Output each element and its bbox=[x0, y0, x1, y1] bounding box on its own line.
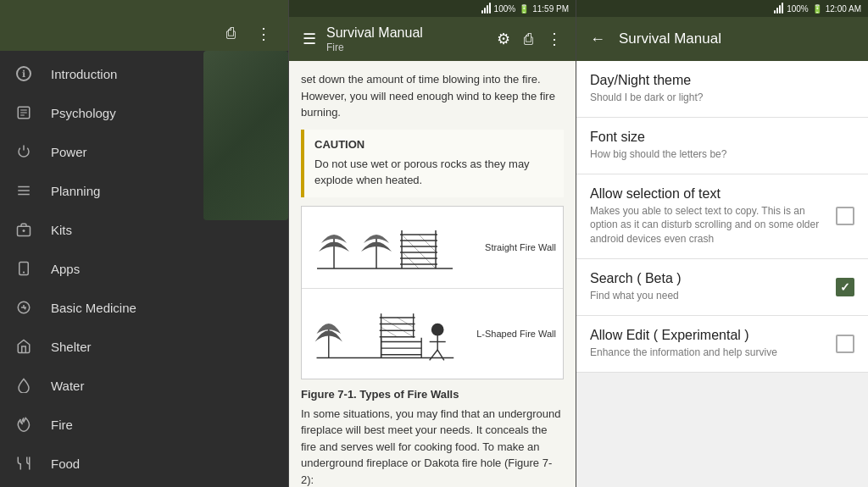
svg-line-29 bbox=[419, 235, 436, 252]
settings-item-subtitle: How big should the letters be? bbox=[590, 147, 844, 162]
settings-icon[interactable]: ⚙ bbox=[493, 26, 514, 52]
settings-item-title: Allow Edit ( Experimental ) bbox=[590, 328, 826, 343]
settings-item-text: Search ( Beta ) Find what you need bbox=[590, 271, 836, 303]
share-icon[interactable]: ⎙ bbox=[520, 27, 537, 52]
svg-line-41 bbox=[381, 327, 398, 336]
info-icon: ℹ bbox=[14, 64, 34, 84]
settings-item-title: Day/Night theme bbox=[590, 73, 844, 88]
svg-line-39 bbox=[381, 317, 414, 336]
nav-background-image bbox=[203, 51, 288, 220]
settings-item-subtitle: Should I be dark or light? bbox=[590, 91, 844, 105]
planning-icon bbox=[14, 180, 34, 201]
settings-body: Day/Night theme Should I be dark or ligh… bbox=[576, 61, 868, 487]
allow-edit-checkbox[interactable] bbox=[836, 335, 854, 353]
sidebar-item-label: Kits bbox=[51, 223, 72, 237]
settings-item-allow-edit[interactable]: Allow Edit ( Experimental ) Enhance the … bbox=[576, 316, 868, 373]
settings-item-title: Search ( Beta ) bbox=[590, 271, 826, 286]
sidebar-item-label: Power bbox=[51, 145, 87, 159]
shelter-icon bbox=[14, 336, 34, 357]
fire-wall-straight-label: Straight Fire Wall bbox=[485, 242, 556, 252]
svg-line-50 bbox=[430, 350, 438, 360]
content-header-title: Survival Manual Fire bbox=[326, 25, 487, 53]
nav-header: ⎙ ⋮ bbox=[0, 0, 288, 51]
battery-status: 100% bbox=[494, 4, 516, 14]
caution-text: Do not use wet or porous rocks as they m… bbox=[314, 156, 554, 189]
fire-icon bbox=[14, 414, 34, 434]
svg-line-51 bbox=[437, 350, 444, 360]
content-body[interactable]: set down the amount of time blowing into… bbox=[289, 61, 576, 487]
fire-wall-straight: Straight Fire Wall bbox=[302, 207, 563, 289]
sidebar-item-label: Apps bbox=[51, 262, 80, 276]
psychology-icon bbox=[14, 102, 34, 123]
sidebar-item-label: Planning bbox=[51, 184, 100, 198]
settings-item-day-night-theme[interactable]: Day/Night theme Should I be dark or ligh… bbox=[576, 61, 868, 118]
clock-content: 11:59 PM bbox=[532, 4, 569, 14]
signal-icon bbox=[774, 3, 783, 14]
sidebar-item-label: Fire bbox=[51, 418, 73, 432]
settings-item-font-size[interactable]: Font size How big should the letters be? bbox=[576, 118, 868, 174]
sidebar-item-label: Water bbox=[51, 379, 84, 393]
settings-item-subtitle: Enhance the information and help survive bbox=[590, 346, 826, 360]
sidebar-item-food[interactable]: Food bbox=[0, 444, 288, 483]
sidebar-item-basic-medicine[interactable]: Basic Medicine bbox=[0, 288, 288, 327]
settings-item-text: Allow selection of text Makes you able t… bbox=[590, 186, 836, 246]
sidebar-item-shelter[interactable]: Shelter bbox=[0, 327, 288, 366]
sidebar-item-plants[interactable]: Plants bbox=[0, 483, 288, 487]
svg-line-28 bbox=[402, 235, 436, 268]
svg-point-47 bbox=[432, 324, 443, 335]
straight-fire-wall-svg bbox=[309, 213, 478, 281]
sidebar-item-fire[interactable]: Fire bbox=[0, 405, 288, 444]
sidebar-item-label: Basic Medicine bbox=[51, 301, 136, 315]
sidebar-item-water[interactable]: Water bbox=[0, 366, 288, 405]
svg-line-30 bbox=[402, 252, 419, 268]
settings-item-subtitle: Find what you need bbox=[590, 289, 826, 303]
content-header: ☰ Survival Manual Fire ⚙ ⎙ ⋮ bbox=[289, 17, 576, 61]
fire-wall-l-shaped-label: L-Shaped Fire Wall bbox=[476, 329, 556, 339]
hamburger-icon[interactable]: ☰ bbox=[299, 26, 320, 52]
more-icon[interactable]: ⋮ bbox=[543, 26, 565, 52]
settings-item-title: Font size bbox=[590, 130, 844, 145]
nav-header-icons: ⎙ ⋮ bbox=[223, 21, 275, 47]
medicine-icon bbox=[14, 297, 34, 318]
settings-item-text: Allow Edit ( Experimental ) Enhance the … bbox=[590, 328, 836, 360]
allow-selection-checkbox[interactable] bbox=[836, 207, 854, 225]
settings-item-text: Day/Night theme Should I be dark or ligh… bbox=[590, 73, 854, 105]
sidebar-item-label: Psychology bbox=[51, 106, 116, 120]
figure-caption: Figure 7-1. Types of Fire Walls bbox=[301, 388, 564, 401]
sidebar-item-apps[interactable]: Apps bbox=[0, 249, 288, 288]
share-icon[interactable]: ⎙ bbox=[223, 21, 239, 47]
sidebar-item-label: Introduction bbox=[51, 67, 117, 81]
settings-header: ← Survival Manual bbox=[576, 17, 868, 61]
content-panel: 100%🔋 11:59 PM ☰ Survival Manual Fire ⚙ … bbox=[288, 0, 576, 487]
water-icon bbox=[14, 375, 34, 396]
settings-item-subtitle: Makes you able to select text to copy. T… bbox=[590, 204, 826, 246]
settings-item-allow-selection[interactable]: Allow selection of text Makes you able t… bbox=[576, 174, 868, 259]
intro-text: set down the amount of time blowing into… bbox=[301, 71, 564, 121]
sidebar-item-label: Food bbox=[51, 457, 80, 471]
settings-panel: 100%🔋 12:00 AM ← Survival Manual Day/Nig… bbox=[576, 0, 868, 487]
navigation-panel: 100%🔋 11:59 PM ⎙ ⋮ ℹ Introduction bbox=[0, 0, 288, 487]
fire-walls-images: Straight Fire Wall bbox=[301, 206, 564, 379]
signal-icon bbox=[481, 3, 491, 14]
settings-title: Survival Manual bbox=[619, 30, 721, 47]
status-bar-content: 100%🔋 11:59 PM bbox=[289, 0, 576, 17]
search-beta-checkbox[interactable] bbox=[836, 278, 854, 296]
more-icon[interactable]: ⋮ bbox=[253, 21, 275, 47]
kits-icon bbox=[14, 219, 34, 240]
content-title: Survival Manual bbox=[326, 25, 487, 41]
battery-status: 100% bbox=[787, 4, 809, 14]
food-icon bbox=[14, 453, 34, 473]
back-icon[interactable]: ← bbox=[587, 27, 609, 52]
power-icon bbox=[14, 141, 34, 162]
clock-settings: 12:00 AM bbox=[826, 4, 861, 14]
fire-wall-l-shaped: L-Shaped Fire Wall bbox=[302, 289, 563, 379]
svg-line-40 bbox=[398, 317, 414, 326]
apps-icon bbox=[14, 258, 34, 279]
settings-item-search-beta[interactable]: Search ( Beta ) Find what you need bbox=[576, 259, 868, 316]
settings-item-text: Font size How big should the letters be? bbox=[590, 130, 854, 162]
status-bar-settings: 100%🔋 12:00 AM bbox=[576, 0, 868, 17]
settings-item-title: Allow selection of text bbox=[590, 186, 826, 202]
sidebar-item-label: Shelter bbox=[51, 340, 92, 354]
caution-box: CAUTION Do not use wet or porous rocks a… bbox=[301, 130, 564, 197]
l-shaped-fire-wall-svg bbox=[309, 296, 470, 372]
